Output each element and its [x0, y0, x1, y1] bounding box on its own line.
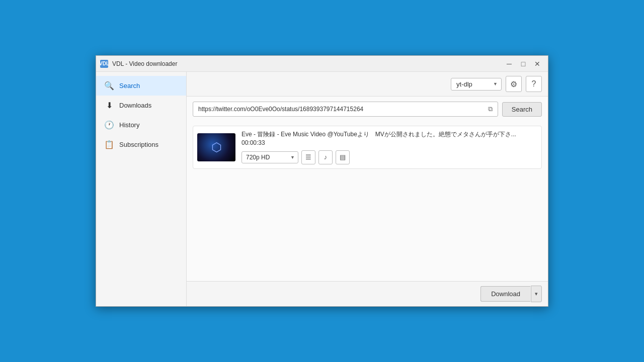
search-icon: 🔍 [104, 81, 114, 90]
download-dropdown-button[interactable]: ▾ [531, 286, 542, 302]
video-item: ⬡ Eve - 冒険録 - Eve Music Video @YouTubeより… [193, 126, 542, 169]
window-title: VDL - Video downloader [112, 60, 503, 67]
download-button[interactable]: Download [480, 286, 530, 302]
main-content: yt-dlp youtube-dl ⚙ ? ⧉ Search [187, 72, 548, 306]
sidebar-item-history-label: History [119, 121, 139, 129]
results-area: ⬡ Eve - 冒険録 - Eve Music Video @YouTubeより… [187, 122, 548, 281]
app-icon: VDL [100, 60, 108, 68]
quality-select[interactable]: 720p HD 1080p Full HD 480p 360p Audio On… [242, 151, 298, 163]
thumbnail-character: ⬡ [211, 140, 222, 154]
maximize-button[interactable]: □ [517, 58, 530, 69]
url-input-wrap: ⧉ [193, 102, 498, 117]
video-info: Eve - 冒険録 - Eve Music Video @YouTubeより M… [242, 130, 537, 164]
video-title: Eve - 冒険録 - Eve Music Video @YouTubeより M… [242, 130, 537, 147]
video-controls: 720p HD 1080p Full HD 480p 360p Audio On… [242, 150, 537, 164]
subscriptions-icon: 📋 [104, 140, 114, 149]
quality-select-wrap: 720p HD 1080p Full HD 480p 360p Audio On… [242, 151, 298, 163]
sidebar-item-downloads-label: Downloads [119, 102, 151, 109]
sidebar: 🔍 Search ⬇ Downloads 🕐 History 📋 Subscri… [96, 72, 187, 306]
sidebar-item-downloads[interactable]: ⬇ Downloads [96, 96, 186, 115]
search-button[interactable]: Search [502, 102, 542, 117]
minimize-button[interactable]: ─ [503, 58, 516, 69]
url-open-button[interactable]: ⧉ [484, 102, 498, 116]
download-nav-icon: ⬇ [104, 101, 114, 110]
window-controls: ─ □ ✕ [503, 58, 544, 69]
help-button[interactable]: ? [526, 76, 542, 92]
subtitle-button[interactable]: ▤ [336, 150, 350, 164]
filter-button[interactable]: ☰ [301, 150, 315, 164]
sidebar-item-search-label: Search [119, 82, 140, 89]
history-icon: 🕐 [104, 120, 114, 130]
sidebar-item-subscriptions-label: Subscriptions [119, 141, 158, 148]
sidebar-item-subscriptions[interactable]: 📋 Subscriptions [96, 135, 186, 154]
bottom-bar: Download ▾ [187, 281, 548, 306]
app-body: 🔍 Search ⬇ Downloads 🕐 History 📋 Subscri… [96, 72, 548, 306]
toolbar: yt-dlp youtube-dl ⚙ ? [187, 72, 548, 97]
thumbnail-image: ⬡ [197, 133, 235, 161]
settings-button[interactable]: ⚙ [506, 76, 522, 92]
backend-select-wrap: yt-dlp youtube-dl [451, 78, 502, 90]
backend-select[interactable]: yt-dlp youtube-dl [451, 78, 502, 90]
url-input[interactable] [193, 103, 484, 116]
url-bar-area: ⧉ Search [187, 97, 548, 122]
sidebar-item-history[interactable]: 🕐 History [96, 115, 186, 135]
audio-button[interactable]: ♪ [318, 150, 333, 164]
video-duration: 00:00:33 [242, 139, 265, 146]
title-bar: VDL VDL - Video downloader ─ □ ✕ [96, 56, 548, 72]
video-thumbnail: ⬡ [197, 133, 235, 161]
sidebar-item-search[interactable]: 🔍 Search [96, 76, 186, 96]
app-window: VDL VDL - Video downloader ─ □ ✕ 🔍 Searc… [96, 55, 548, 307]
close-button[interactable]: ✕ [531, 58, 544, 69]
